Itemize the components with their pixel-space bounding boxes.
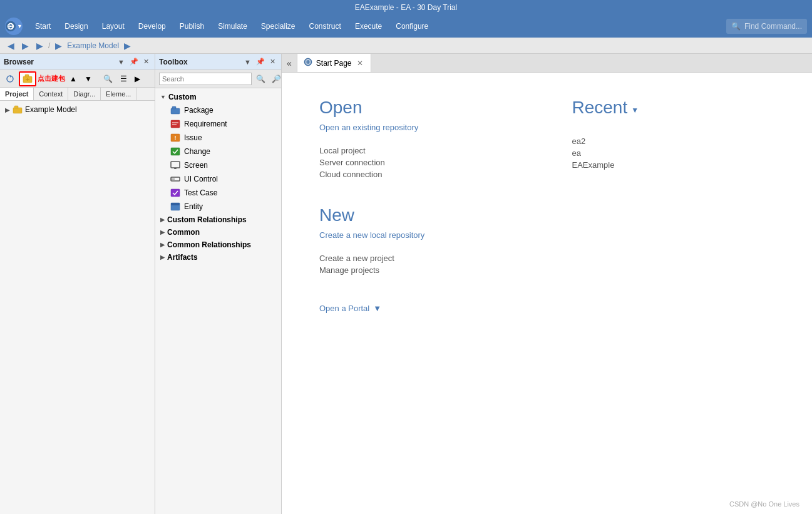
browser-expand-btn[interactable]: ▶ [131, 73, 143, 85]
menu-bar: ▼ Start Design Layout Develop Publish Si… [0, 15, 812, 38]
manage-projects-link[interactable]: Manage projects [319, 264, 522, 276]
new-package-btn[interactable] [19, 71, 36, 86]
svg-rect-24 [171, 189, 180, 197]
svg-point-3 [10, 26, 12, 28]
menu-publish[interactable]: Publish [173, 18, 210, 35]
toolbox-item-ui-control[interactable]: UI Control [158, 172, 279, 186]
cloud-connection-link[interactable]: Cloud connection [319, 168, 522, 180]
tab-project[interactable]: Project [0, 88, 34, 100]
svg-rect-13 [171, 120, 180, 128]
common-rel-section-label: Common Relationships [167, 240, 251, 249]
title-text: EAExample - EA - 30 Day Trial [355, 3, 457, 12]
toolbox-item-issue[interactable]: ! Issue [158, 131, 279, 145]
recent-heading: Recent [572, 98, 628, 118]
tab-close-btn[interactable]: ✕ [356, 59, 364, 68]
local-project-link[interactable]: Local project [319, 145, 522, 157]
toolbox-section-common-rel[interactable]: ▶ Common Relationships [158, 239, 279, 251]
tree-item-label: Example Model [25, 105, 77, 114]
nav-arrow-2[interactable]: ▶ [53, 39, 64, 52]
tab-diagrams[interactable]: Diagr... [68, 88, 101, 100]
browser-refresh-btn[interactable] [3, 73, 18, 85]
browser-controls: ▼ 📌 ✕ [116, 57, 151, 66]
entity-toolbox-icon [170, 202, 180, 212]
tab-icon [304, 58, 312, 68]
toolbox-header: Toolbox ▼ 📌 ✕ [155, 54, 281, 70]
menu-construct[interactable]: Construct [303, 18, 347, 35]
command-search[interactable]: 🔍 Find Command... [726, 19, 807, 34]
recent-item-1[interactable]: ea [572, 147, 775, 159]
recent-item-0[interactable]: ea2 [572, 135, 775, 147]
create-project-link[interactable]: Create a new project [319, 252, 522, 264]
package-toolbox-icon [170, 105, 180, 115]
menu-develop[interactable]: Develop [132, 18, 172, 35]
tab-label: Start Page [316, 59, 352, 68]
toolbox-search-btn[interactable]: 🔍 [254, 74, 267, 84]
menu-start[interactable]: Start [29, 18, 57, 35]
menu-execute[interactable]: Execute [349, 18, 388, 35]
collapse-panels-btn[interactable]: « [282, 54, 297, 72]
common-arrow-icon: ▶ [160, 229, 165, 235]
app-logo[interactable]: ▼ [5, 18, 23, 35]
nav-arrow-3[interactable]: ▶ [121, 39, 133, 52]
toolbox-item-change[interactable]: Change [158, 145, 279, 158]
menu-design[interactable]: Design [58, 18, 94, 35]
browser-down-btn[interactable]: ▼ [81, 73, 95, 85]
toolbox-item-label: Change [184, 147, 210, 156]
toolbox-section-custom[interactable]: ▼ Custom [158, 91, 279, 103]
toolbox-item-label: Issue [184, 133, 202, 142]
browser-up-btn[interactable]: ▲ [66, 73, 80, 85]
toolbox-section-common[interactable]: ▶ Common [158, 226, 279, 239]
browser-close-btn[interactable]: ✕ [141, 57, 151, 66]
toolbox-controls: ▼ 📌 ✕ [242, 57, 277, 66]
new-subtitle: Create a new local repository [319, 230, 522, 240]
toolbox-item-screen[interactable]: Screen [158, 158, 279, 172]
search-icon: 🔍 [731, 22, 741, 31]
toolbox-section-custom-rel[interactable]: ▶ Custom Relationships [158, 213, 279, 226]
common-section-label: Common [167, 228, 200, 237]
common-rel-arrow-icon: ▶ [160, 242, 165, 248]
toolbox-item-requirement[interactable]: Requirement [158, 117, 279, 131]
custom-section-label: Custom [168, 93, 197, 101]
toolbox-item-label: Entity [184, 202, 203, 211]
back-button[interactable]: ◀ [5, 39, 17, 52]
browser-menu-btn[interactable]: ☰ [117, 73, 130, 85]
toolbox-item-package[interactable]: Package [158, 103, 279, 117]
recent-dropdown-btn[interactable]: ▼ [631, 106, 639, 115]
toolbox-item-entity[interactable]: Entity [158, 200, 279, 213]
open-portal-btn[interactable]: Open a Portal ▼ [319, 301, 381, 316]
toolbox-section-artifacts[interactable]: ▶ Artifacts [158, 251, 279, 264]
start-page-content: Open Open an existing repository Local p… [282, 73, 812, 514]
toolbox-dropdown-btn[interactable]: ▼ [242, 57, 253, 66]
portal-dropdown-icon: ▼ [373, 304, 381, 313]
change-toolbox-icon [170, 146, 180, 157]
open-subtitle: Open an existing repository [319, 123, 522, 132]
menu-simulate[interactable]: Simulate [212, 18, 254, 35]
start-page-tab[interactable]: Start Page ✕ [297, 54, 371, 72]
toolbox-close-btn[interactable]: ✕ [268, 57, 277, 66]
toolbox-search-advanced-btn[interactable]: 🔎 [270, 74, 283, 84]
svg-rect-11 [171, 108, 180, 114]
nav-arrow[interactable]: ▶ [34, 39, 46, 52]
menu-configure[interactable]: Configure [389, 18, 434, 35]
browser-dropdown-btn[interactable]: ▼ [116, 57, 126, 66]
browser-toolbar: 点击建包 ▲ ▼ 🔍 ☰ ▶ [0, 70, 155, 88]
custom-arrow-icon: ▼ [160, 94, 166, 100]
recent-item-2[interactable]: EAExample [572, 159, 775, 171]
tab-bar: « Start Page ✕ [282, 54, 812, 73]
new-heading: New [319, 205, 522, 225]
screen-toolbox-icon [170, 160, 180, 170]
custom-rel-arrow-icon: ▶ [160, 217, 165, 223]
toolbox-pin-btn[interactable]: 📌 [254, 57, 267, 66]
tab-elements[interactable]: Eleme... [101, 88, 136, 100]
forward-button[interactable]: ▶ [19, 39, 31, 52]
browser-search-btn[interactable]: 🔍 [100, 73, 116, 85]
browser-pin-btn[interactable]: 📌 [128, 57, 140, 66]
menu-layout[interactable]: Layout [96, 18, 131, 35]
toolbox-item-test-case[interactable]: Test Case [158, 186, 279, 200]
toolbox-search-input[interactable] [159, 73, 252, 85]
menu-specialize[interactable]: Specialize [255, 18, 302, 35]
server-connection-link[interactable]: Server connection [319, 157, 522, 168]
tab-context[interactable]: Context [34, 88, 68, 100]
nav-example-model[interactable]: Example Model [67, 41, 119, 50]
tree-item-example-model[interactable]: ▶ Example Model [3, 103, 152, 116]
